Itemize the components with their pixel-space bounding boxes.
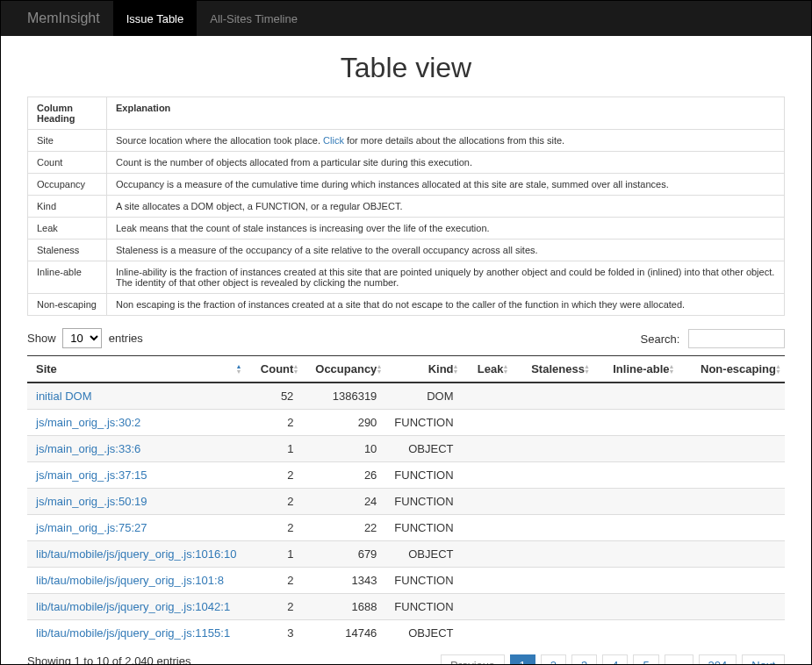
site-link[interactable]: initial DOM [36,390,92,403]
site-link[interactable]: js/main_orig_.js:37:15 [36,468,147,482]
table-row: initial DOM521386319DOM [27,383,785,410]
def-col: Non-escaping [28,294,107,316]
def-header-exp: Explanation [107,97,785,130]
entries-select[interactable]: 10 [62,328,102,348]
table-row: lib/tau/mobile/js/jquery_orig_.js:1016:1… [27,541,785,568]
def-col: Leak [28,218,107,240]
def-exp: Source location where the allocation too… [107,130,785,152]
navbar: MemInsight Issue TableAll-Sites Timeline [1,1,811,36]
pager: Previous12345...204Next [441,654,785,665]
table-row: js/main_orig_.js:50:19224FUNCTION [27,489,785,515]
table-row: js/main_orig_.js:30:22290FUNCTION [27,410,785,436]
table-row: lib/tau/mobile/js/jquery_orig_.js:1042:1… [27,594,785,620]
def-exp: Leak means that the count of stale insta… [107,218,785,240]
col-site[interactable]: Site▲▼ [27,356,245,383]
nav-tab-issue-table[interactable]: Issue Table [113,1,198,36]
site-link[interactable]: lib/tau/mobile/js/jquery_orig_.js:1155:1 [36,626,230,640]
page-4[interactable]: 4 [602,654,628,665]
nav-tab-all-sites-timeline[interactable]: All-Sites Timeline [197,1,311,36]
page-2[interactable]: 2 [541,654,566,665]
def-exp: A site allocates a DOM object, a FUNCTIO… [107,196,785,218]
def-exp: Staleness is a measure of the occupancy … [107,240,785,261]
col-non-escaping[interactable]: Non-escaping▲▼ [679,356,785,383]
def-col: Staleness [28,240,107,261]
site-link[interactable]: js/main_orig_.js:33:6 [36,442,140,455]
def-col: Count [28,152,107,174]
page-3[interactable]: 3 [571,654,597,665]
def-header-col: Column Heading [28,97,107,130]
def-col: Kind [28,196,107,218]
table-row: lib/tau/mobile/js/jquery_orig_.js:1155:1… [27,620,785,647]
page-204[interactable]: 204 [699,654,737,665]
page-1[interactable]: 1 [510,654,535,665]
site-link[interactable]: js/main_orig_.js:75:27 [36,521,147,534]
table-row: lib/tau/mobile/js/jquery_orig_.js:101:82… [27,568,785,594]
site-link[interactable]: js/main_orig_.js:30:2 [36,416,140,429]
col-staleness[interactable]: Staleness▲▼ [512,356,593,383]
search-input[interactable] [688,329,785,348]
def-col: Inline-able [28,261,107,294]
length-menu: Show 10 entries [27,328,143,348]
definitions-table: Column Heading Explanation SiteSource lo… [27,97,785,316]
issue-table: Site▲▼Count▲▼Occupancy▲▼Kind▲▼Leak▲▼Stal… [27,355,785,646]
table-row: js/main_orig_.js:37:15226FUNCTION [27,462,785,489]
col-count[interactable]: Count▲▼ [245,356,302,383]
def-exp: Inline-ability is the fraction of instan… [107,261,785,294]
def-col: Occupancy [28,174,107,196]
def-exp: Non escaping is the fraction of instance… [107,294,785,316]
table-row: js/main_orig_.js:33:6110OBJECT [27,436,785,462]
site-link[interactable]: js/main_orig_.js:50:19 [36,495,147,508]
col-occupancy[interactable]: Occupancy▲▼ [302,356,385,383]
def-exp: Count is the number of objects allocated… [107,152,785,174]
def-exp: Occupancy is a measure of the cumulative… [107,174,785,196]
page-5[interactable]: 5 [633,654,658,665]
col-inline-able[interactable]: Inline-able▲▼ [593,356,679,383]
col-kind[interactable]: Kind▲▼ [385,356,462,383]
prev-button[interactable]: Previous [441,654,505,665]
page-...[interactable]: ... [665,654,693,665]
search-wrap: Search: [641,329,785,348]
table-row: js/main_orig_.js:75:27222FUNCTION [27,515,785,541]
brand: MemInsight [14,1,113,36]
table-info: Showing 1 to 10 of 2,040 entries [27,654,190,665]
site-link[interactable]: lib/tau/mobile/js/jquery_orig_.js:101:8 [36,574,224,587]
def-col: Site [28,130,107,152]
next-button[interactable]: Next [742,654,785,665]
page-title: Table view [27,52,785,84]
site-link[interactable]: lib/tau/mobile/js/jquery_orig_.js:1042:1 [36,600,230,613]
site-link[interactable]: lib/tau/mobile/js/jquery_orig_.js:1016:1… [36,547,236,561]
def-link[interactable]: Click [323,135,344,146]
col-leak[interactable]: Leak▲▼ [463,356,513,383]
